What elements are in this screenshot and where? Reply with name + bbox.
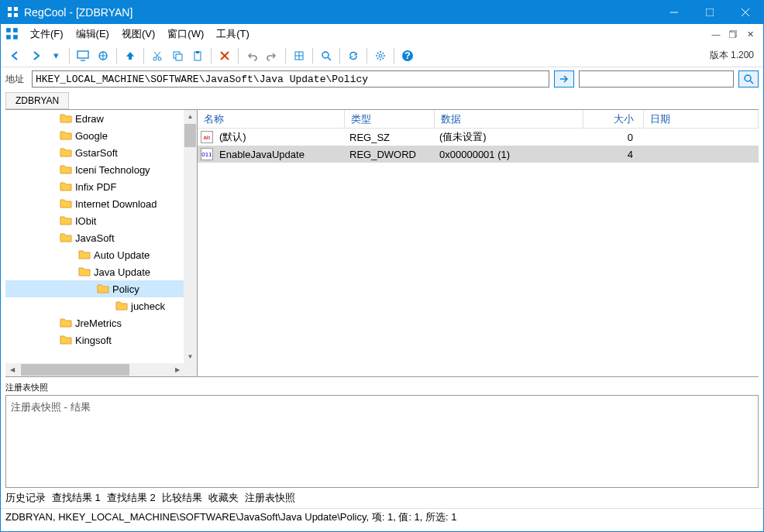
search-input[interactable] xyxy=(579,70,734,88)
mdi-restore-button[interactable] xyxy=(726,27,740,41)
favorites-button[interactable] xyxy=(290,46,308,65)
separator xyxy=(312,48,313,63)
bottom-tab[interactable]: 注册表快照 xyxy=(245,492,295,503)
svg-rect-26 xyxy=(196,51,199,53)
tree-node-label: Internet Download xyxy=(75,198,157,210)
dropdown-history-button[interactable]: ▾ xyxy=(46,46,65,65)
scroll-thumb[interactable] xyxy=(184,124,196,147)
svg-point-34 xyxy=(379,54,382,57)
column-type[interactable]: 类型 xyxy=(345,110,435,128)
svg-rect-2 xyxy=(8,13,12,17)
scroll-corner xyxy=(184,363,197,376)
tree-horizontal-scrollbar[interactable]: ◀ ▶ xyxy=(5,363,184,376)
bottom-tab[interactable]: 收藏夹 xyxy=(208,492,239,503)
search-go-button[interactable] xyxy=(738,70,759,88)
tree-node[interactable]: Kingsoft xyxy=(5,331,184,348)
snapshot-title: 注册表快照 - 结果 xyxy=(11,401,91,413)
mdi-close-button[interactable]: ✕ xyxy=(743,27,757,41)
up-button[interactable] xyxy=(121,46,139,65)
scroll-thumb[interactable] xyxy=(21,364,129,376)
mdi-minimize-button[interactable]: — xyxy=(709,27,723,41)
tree-node[interactable]: Google xyxy=(5,127,184,144)
list-row[interactable]: 011EnableJavaUpdateREG_DWORD0x00000001 (… xyxy=(198,146,759,163)
tree-node[interactable]: JavaSoft xyxy=(5,229,184,246)
bottom-tab[interactable]: 比较结果 xyxy=(162,492,202,503)
address-input[interactable] xyxy=(32,70,549,88)
minimize-button[interactable] xyxy=(656,1,692,24)
tree-node[interactable]: IObit xyxy=(5,212,184,229)
tab-zdbryan[interactable]: ZDBRYAN xyxy=(5,92,69,109)
tree-node[interactable]: jucheck xyxy=(5,297,184,314)
local-computer-button[interactable] xyxy=(74,46,92,65)
separator xyxy=(211,48,212,63)
tree-node-label: Iceni Technology xyxy=(75,164,150,176)
copy-button[interactable] xyxy=(168,46,187,65)
delete-button[interactable] xyxy=(215,46,234,65)
help-button[interactable]: ? xyxy=(398,46,417,65)
tree-node[interactable]: Internet Download xyxy=(5,195,184,212)
tree-node[interactable]: Iceni Technology xyxy=(5,161,184,178)
tree-node[interactable]: Policy xyxy=(5,280,184,297)
folder-icon xyxy=(97,283,109,295)
svg-rect-8 xyxy=(6,28,11,33)
tree-content[interactable]: EdrawGoogleGstarSoftIceni TechnologyInfi… xyxy=(5,110,184,363)
close-button[interactable] xyxy=(728,1,763,24)
paste-button[interactable] xyxy=(188,46,207,65)
tree-node[interactable]: Edraw xyxy=(5,110,184,127)
undo-button[interactable] xyxy=(243,46,261,65)
tree-node[interactable]: GstarSoft xyxy=(5,144,184,161)
bottom-tab[interactable]: 查找结果 1 xyxy=(52,492,101,503)
forward-button[interactable] xyxy=(26,46,45,65)
svg-text:?: ? xyxy=(404,50,411,61)
tree-node[interactable]: Java Update xyxy=(5,263,184,280)
menu-file[interactable]: 文件(F) xyxy=(24,25,70,43)
column-data[interactable]: 数据 xyxy=(435,110,583,128)
menu-edit[interactable]: 编辑(E) xyxy=(70,25,115,43)
svg-point-20 xyxy=(158,57,161,60)
column-size[interactable]: 大小 xyxy=(583,110,644,128)
svg-line-33 xyxy=(328,57,331,60)
scroll-left-icon[interactable]: ◀ xyxy=(5,363,19,376)
column-name[interactable]: 名称 xyxy=(198,110,345,128)
svg-rect-10 xyxy=(6,35,11,39)
menu-tools[interactable]: 工具(T) xyxy=(210,25,256,43)
maximize-button[interactable] xyxy=(692,1,728,24)
menu-window[interactable]: 窗口(W) xyxy=(161,25,210,43)
refresh-button[interactable] xyxy=(344,46,363,65)
list-header: 名称 类型 数据 大小 日期 xyxy=(198,110,759,129)
titlebar: RegCool - [ZDBRYAN] xyxy=(1,1,763,24)
column-date[interactable]: 日期 xyxy=(644,110,759,128)
separator xyxy=(367,48,367,63)
cut-button[interactable] xyxy=(148,46,167,65)
menubar: 文件(F) 编辑(E) 视图(V) 窗口(W) 工具(T) — ✕ xyxy=(1,24,763,44)
folder-icon xyxy=(60,129,72,142)
settings-button[interactable] xyxy=(371,46,390,65)
svg-rect-3 xyxy=(14,13,18,17)
tree-node[interactable]: Infix PDF xyxy=(5,178,184,195)
list-body[interactable]: ab(默认)REG_SZ(值未设置)0011EnableJavaUpdateRE… xyxy=(198,129,759,163)
scroll-up-icon[interactable]: ▲ xyxy=(184,110,197,123)
bottom-tab[interactable]: 历史记录 xyxy=(5,492,46,503)
go-button[interactable] xyxy=(554,70,574,88)
svg-point-37 xyxy=(745,75,751,81)
tree-node-label: Policy xyxy=(112,283,139,295)
folder-icon xyxy=(60,317,72,329)
cell-type: REG_SZ xyxy=(343,132,433,143)
redo-button[interactable] xyxy=(263,46,281,65)
tree-node[interactable]: Auto Update xyxy=(5,246,184,263)
remote-computer-button[interactable] xyxy=(94,46,112,65)
search-button[interactable] xyxy=(317,46,336,65)
bottom-tab[interactable]: 查找结果 2 xyxy=(107,492,156,503)
tree-vertical-scrollbar[interactable]: ▲ ▼ xyxy=(184,110,197,363)
svg-point-19 xyxy=(153,57,157,60)
menu-view[interactable]: 视图(V) xyxy=(115,25,161,43)
back-button[interactable] xyxy=(6,46,25,65)
list-row[interactable]: ab(默认)REG_SZ(值未设置)0 xyxy=(198,129,759,146)
window-controls xyxy=(656,1,763,24)
folder-icon xyxy=(78,266,91,278)
scroll-down-icon[interactable]: ▼ xyxy=(184,350,197,363)
svg-rect-13 xyxy=(729,32,735,38)
tree-node[interactable]: JreMetrics xyxy=(5,314,184,331)
tree-node-label: IObit xyxy=(75,215,96,227)
scroll-right-icon[interactable]: ▶ xyxy=(170,363,184,376)
